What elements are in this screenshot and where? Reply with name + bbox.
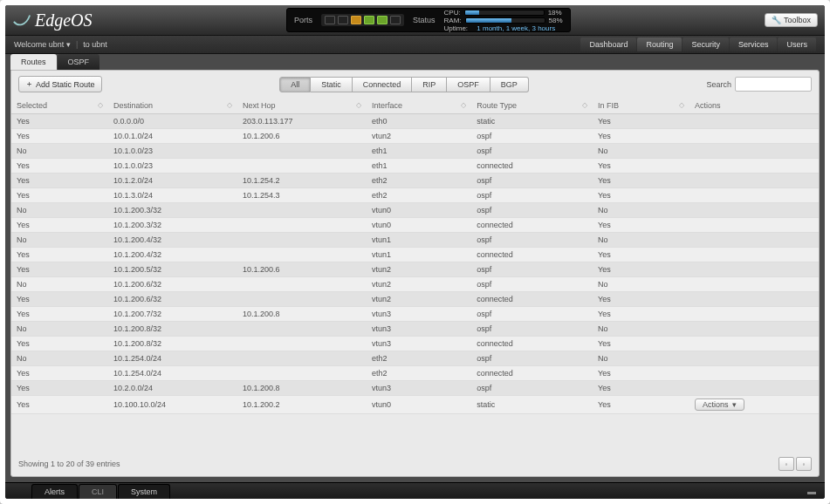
table-row[interactable]: No10.1.200.3/32vtun0ospfNo [11,203,819,218]
filter-ospf[interactable]: OSPF [447,77,490,92]
filter-bgp[interactable]: BGP [490,77,529,92]
table-row[interactable]: Yes10.1.3.0/2410.1.254.3eth2ospfYes [11,188,819,203]
col-header-in-fib[interactable]: In FIB◇ [593,98,689,114]
port-1 [338,16,348,24]
sub-tab-routes[interactable]: Routes [10,54,57,70]
bottom-bar: AlertsCLISystem ▬ [5,482,825,499]
routes-table: Selected◇Destination◇Next Hop◇Interface◇… [11,98,819,414]
main-tab-users[interactable]: Users [778,37,816,51]
bottom-tab-cli[interactable]: CLI [79,484,117,499]
filter-connected[interactable]: Connected [353,77,413,92]
ram-bar [465,17,545,24]
table-entries-info: Showing 1 to 20 of 39 entries [18,460,120,468]
toolbox-button[interactable]: 🔧 Toolbox [765,13,818,27]
welcome-host: to ubnt [83,40,107,49]
plus-icon: ＋ [25,78,33,90]
table-row[interactable]: Yes10.1.200.6/32vtun2connectedYes [11,292,819,307]
topbar: EdgeOS Ports Status CPU:18% RAM:58% Upti… [5,5,825,36]
ports-indicator [321,14,404,26]
cpu-percent: 18% [548,9,562,17]
ram-percent: 58% [549,17,563,24]
table-row[interactable]: No10.1.200.4/32vtun1ospfNo [11,233,819,248]
table-row[interactable]: Yes10.1.200.7/3210.1.200.8vtun3ospfYes [11,307,819,322]
main-tab-security[interactable]: Security [683,37,729,51]
table-row[interactable]: Yes0.0.0.0/0203.0.113.177eth0staticYes [11,114,819,129]
pager: ◦ ◦ [779,457,812,471]
bottom-tab-alerts[interactable]: Alerts [31,484,78,499]
pager-next-button[interactable]: ◦ [796,457,812,471]
table-row[interactable]: Yes10.1.2.0/2410.1.254.2eth2ospfYes [11,174,819,188]
main-tab-routing[interactable]: Routing [637,37,682,51]
ram-label: RAM: [444,17,462,24]
bottom-bar-toggle-icon[interactable]: ▬ [807,487,816,496]
col-header-route-type[interactable]: Route Type◇ [471,98,593,114]
col-header-interface[interactable]: Interface◇ [367,98,471,114]
table-row[interactable]: No10.1.200.8/32vtun3ospfNo [11,322,819,337]
cpu-bar [464,10,545,16]
search-label: Search [706,80,731,89]
uptime-label: Uptime: [444,24,469,32]
row-actions-button[interactable]: Actions▾ [695,398,744,411]
main-tab-dashboard[interactable]: Dashboard [580,37,636,51]
routes-panel: ＋ Add Static Route AllStaticConnectedRIP… [10,70,820,477]
col-header-selected[interactable]: Selected◇ [11,98,108,114]
port-2 [351,16,361,24]
table-row[interactable]: No10.1.0.0/23eth1ospfNo [11,144,819,159]
table-row[interactable]: Yes10.1.200.4/32vtun1connectedYes [11,248,819,262]
table-row[interactable]: Yes10.1.254.0/24eth2connectedYes [11,366,819,381]
table-row[interactable]: Yes10.0.1.0/2410.1.200.6vtun2ospfYes [11,129,819,144]
route-type-filters: AllStaticConnectedRIPOSPFBGP [279,77,529,92]
brand-logo: EdgeOS [12,10,93,31]
pager-prev-button[interactable]: ◦ [779,457,794,471]
uptime-value: 1 month, 1 week, 3 hours [477,24,555,32]
table-row[interactable]: No10.1.254.0/24eth2ospfNo [11,351,819,366]
wrench-icon: 🔧 [772,16,781,24]
table-row[interactable]: Yes10.1.200.5/3210.1.200.6vtun2ospfYes [11,262,819,277]
port-5 [390,16,401,24]
col-header-next-hop[interactable]: Next Hop◇ [237,98,367,114]
search-input[interactable] [735,77,812,92]
status-center-panel: Ports Status CPU:18% RAM:58% Uptime: 1 m… [286,8,571,32]
add-static-route-button[interactable]: ＋ Add Static Route [18,76,102,92]
table-row[interactable]: Yes10.1.200.3/32vtun0connectedYes [11,218,819,233]
sub-tab-ospf[interactable]: OSPF [58,54,100,70]
main-tab-services[interactable]: Services [730,37,778,51]
col-header-actions[interactable]: Actions [689,98,819,114]
cpu-label: CPU: [444,9,461,17]
table-row[interactable]: Yes10.100.10.0/2410.1.200.2vtun0staticYe… [11,396,819,414]
ports-label: Ports [294,16,312,24]
status-label: Status [413,16,436,24]
brand-text: EdgeOS [35,10,93,31]
bottom-tab-system[interactable]: System [118,484,170,499]
port-4 [377,16,388,24]
col-header-destination[interactable]: Destination◇ [108,98,237,114]
welcome-bar: Welcome ubnt ▾ | to ubnt DashboardRoutin… [5,36,825,54]
filter-all[interactable]: All [279,77,311,92]
filter-static[interactable]: Static [311,77,353,92]
table-row[interactable]: No10.1.200.6/32vtun2ospfNo [11,277,819,292]
port-3 [364,16,374,24]
table-row[interactable]: Yes10.1.0.0/23eth1connectedYes [11,159,819,174]
table-row[interactable]: Yes10.1.200.8/32vtun3connectedYes [11,337,819,351]
welcome-user-menu[interactable]: Welcome ubnt ▾ [14,40,71,49]
port-0 [325,16,335,24]
logo-swoosh-icon [12,10,31,30]
table-row[interactable]: Yes10.2.0.0/2410.1.200.8vtun3ospfYes [11,381,819,396]
chevron-down-icon: ▾ [732,400,737,409]
filter-rip[interactable]: RIP [412,77,447,92]
